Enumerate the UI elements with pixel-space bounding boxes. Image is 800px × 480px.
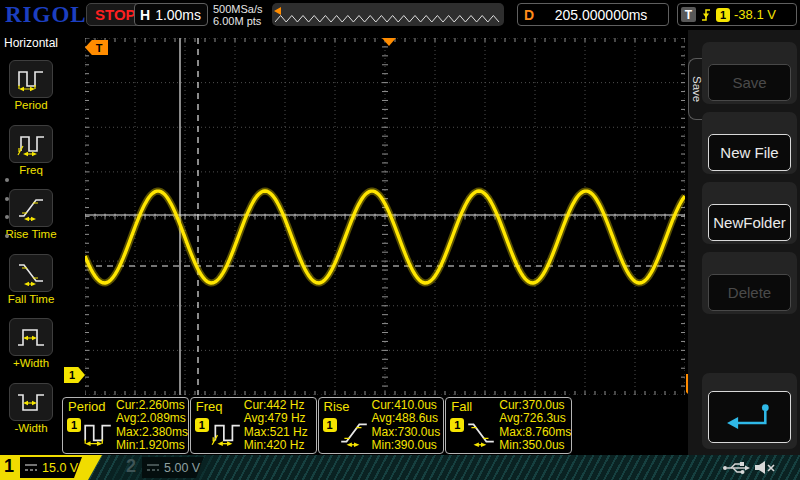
sidebar-item-neg-width[interactable]: -Width bbox=[0, 383, 62, 434]
softkey-slot: Save bbox=[702, 42, 797, 104]
new-folder-button[interactable]: NewFolder bbox=[708, 204, 791, 241]
measurement-results-bar: Period 1 Cur:2.260msAvg:2.089ms Max:2.38… bbox=[62, 397, 572, 454]
waveform-record-preview[interactable] bbox=[272, 3, 504, 26]
oscilloscope-screen: RIGOL STOP H 1.00ms 500MSa/s 6.00M pts D… bbox=[0, 0, 800, 480]
scroll-indicator-dot bbox=[5, 197, 9, 201]
horizontal-label: H bbox=[140, 7, 150, 23]
freq-icon bbox=[16, 131, 46, 157]
pos-width-icon bbox=[16, 324, 46, 350]
return-arrow-icon bbox=[722, 400, 778, 434]
period-icon bbox=[16, 66, 46, 92]
rise-time-icon bbox=[338, 418, 370, 448]
measurement-stats: Cur:442 HzAvg:479 Hz Max:521 HzMin:420 H… bbox=[244, 399, 308, 452]
freq-icon bbox=[210, 418, 242, 448]
sidebar-item-label: Rise Time bbox=[0, 228, 62, 240]
source-badge: 1 bbox=[67, 418, 81, 432]
measurement-stats: Cur:410.0usAvg:488.6us Max:730.0usMin:39… bbox=[372, 399, 441, 452]
trigger-slope-icon bbox=[700, 7, 712, 23]
softkey-slot: New File bbox=[702, 112, 797, 174]
left-measure-menu: Horizontal Period Freq bbox=[0, 30, 62, 455]
measurement-panel-freq[interactable]: Freq 1 Cur:442 HzAvg:479 Hz Max:521 HzMi… bbox=[190, 397, 317, 454]
measurement-panel-rise[interactable]: Rise 1 Cur:410.0usAvg:488.6us Max:730.0u… bbox=[318, 397, 445, 454]
usb-icon bbox=[722, 460, 750, 476]
trigger-level-value: -38.1 V bbox=[734, 7, 776, 22]
fall-time-icon bbox=[16, 260, 46, 286]
sidebar-item-pos-width[interactable]: +Width bbox=[0, 318, 62, 369]
delay-label: D bbox=[524, 7, 534, 23]
measurement-panel-period[interactable]: Period 1 Cur:2.260msAvg:2.089ms Max:2.38… bbox=[62, 397, 189, 454]
sidebar-item-label: +Width bbox=[0, 357, 62, 369]
sidebar-item-label: Fall Time bbox=[0, 293, 62, 305]
trigger-position-marker-icon[interactable] bbox=[382, 38, 396, 46]
delay-box[interactable]: D 205.000000ms bbox=[517, 3, 669, 26]
channel2-indicator[interactable]: 2 5.00 V bbox=[106, 455, 220, 480]
waveform-display-area[interactable] bbox=[85, 38, 685, 395]
channel-status-bar: 1 15.0 V 2 5.00 V bbox=[0, 455, 800, 480]
trigger-label: T bbox=[681, 7, 696, 22]
period-icon bbox=[82, 418, 114, 448]
trigger-box[interactable]: T 1 -38.1 V bbox=[677, 3, 797, 26]
softkey-slot: Delete bbox=[702, 252, 797, 314]
dc-coupling-icon bbox=[146, 463, 160, 472]
acquisition-info: 500MSa/s 6.00M pts bbox=[213, 3, 263, 27]
sidebar-item-label: -Width bbox=[0, 422, 62, 434]
top-status-bar: RIGOL STOP H 1.00ms 500MSa/s 6.00M pts D… bbox=[0, 0, 800, 30]
scroll-indicator-dot bbox=[5, 178, 9, 182]
neg-width-icon bbox=[16, 389, 46, 415]
back-button[interactable] bbox=[708, 391, 791, 443]
channel1-indicator[interactable]: 1 15.0 V bbox=[0, 455, 102, 480]
measure-category-title: Horizontal bbox=[0, 36, 62, 50]
scroll-indicator-dot bbox=[5, 215, 9, 219]
sample-rate: 500MSa/s bbox=[213, 3, 263, 15]
fall-time-icon bbox=[465, 418, 497, 448]
sidebar-item-rise-time[interactable]: Rise Time bbox=[0, 189, 62, 240]
sidebar-item-fall-time[interactable]: Fall Time bbox=[0, 254, 62, 305]
memory-depth: 6.00M pts bbox=[213, 15, 263, 27]
channel1-scale: 15.0 V bbox=[42, 461, 78, 475]
preview-waveform-icon bbox=[275, 13, 501, 24]
trigger-source-badge: 1 bbox=[716, 8, 730, 22]
source-badge: 1 bbox=[195, 418, 209, 432]
new-file-button[interactable]: New File bbox=[708, 134, 791, 171]
source-badge: 1 bbox=[450, 418, 464, 432]
delay-value: 205.000000ms bbox=[534, 7, 668, 23]
measurement-stats: Cur:2.260msAvg:2.089ms Max:2.380msMin:1.… bbox=[116, 399, 188, 452]
brand-logo: RIGOL bbox=[5, 2, 87, 28]
horizontal-timebase-box[interactable]: H 1.00ms bbox=[134, 3, 208, 26]
scroll-indicator-dot bbox=[5, 234, 9, 238]
channel2-scale: 5.00 V bbox=[164, 461, 200, 475]
graticule-and-waveform bbox=[85, 38, 685, 395]
channel1-ground-marker-icon[interactable]: 1 bbox=[64, 367, 85, 383]
sidebar-item-label: Freq bbox=[0, 164, 62, 176]
sidebar-item-freq[interactable]: Freq bbox=[0, 125, 62, 176]
softkey-slot bbox=[702, 373, 797, 449]
measurement-stats: Cur:370.0usAvg:726.3us Max:8.760msMin:35… bbox=[499, 399, 571, 452]
timebase-value: 1.00ms bbox=[155, 7, 201, 23]
measurement-panel-fall[interactable]: Fall 1 Cur:370.0usAvg:726.3us Max:8.760m… bbox=[445, 397, 572, 454]
right-softkey-menu: Save Save New File NewFolder Delete bbox=[688, 30, 800, 455]
source-badge: 1 bbox=[323, 418, 337, 432]
dc-coupling-icon bbox=[24, 463, 38, 472]
rise-time-icon bbox=[16, 195, 46, 221]
softkey-slot: NewFolder bbox=[702, 182, 797, 244]
sidebar-item-period[interactable]: Period bbox=[0, 60, 62, 111]
save-button[interactable]: Save bbox=[708, 64, 791, 101]
delete-button[interactable]: Delete bbox=[708, 274, 791, 311]
sidebar-item-label: Period bbox=[0, 99, 62, 111]
speaker-muted-icon bbox=[754, 459, 776, 477]
